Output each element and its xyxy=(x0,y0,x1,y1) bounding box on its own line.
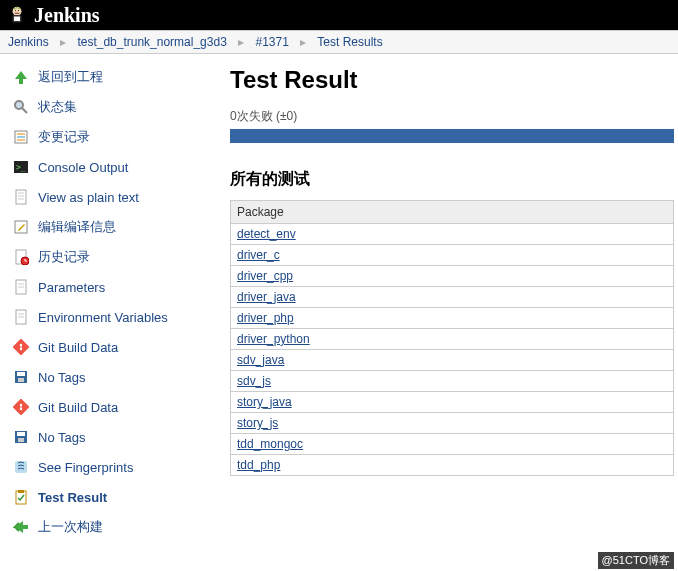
svg-rect-41 xyxy=(15,461,27,473)
git-icon xyxy=(12,338,30,356)
sidebar-item-label[interactable]: 状态集 xyxy=(38,98,77,116)
sidebar: 返回到工程 状态集 变更记录 >_ Console Output View as… xyxy=(0,54,230,550)
breadcrumb-testresults[interactable]: Test Results xyxy=(317,35,382,49)
sidebar-item-notags-1[interactable]: No Tags xyxy=(8,362,222,392)
clipboard-icon xyxy=(12,488,30,506)
package-link[interactable]: driver_cpp xyxy=(237,269,293,283)
sidebar-item-plaintext[interactable]: View as plain text xyxy=(8,182,222,212)
history-icon xyxy=(12,248,30,266)
sidebar-item-back[interactable]: 返回到工程 xyxy=(8,62,222,92)
fingerprint-icon xyxy=(12,458,30,476)
package-link[interactable]: sdv_java xyxy=(237,353,284,367)
sidebar-item-label[interactable]: Git Build Data xyxy=(38,340,118,355)
table-row: driver_c xyxy=(231,245,674,266)
document-icon xyxy=(12,188,30,206)
sidebar-item-label[interactable]: 上一次构建 xyxy=(38,518,103,536)
sidebar-item-label[interactable]: Test Result xyxy=(38,490,107,505)
svg-line-7 xyxy=(22,108,27,113)
table-row: driver_java xyxy=(231,287,674,308)
sidebar-item-label[interactable]: 返回到工程 xyxy=(38,68,103,86)
svg-rect-2 xyxy=(14,17,20,22)
git-icon xyxy=(12,398,30,416)
sidebar-item-git-1[interactable]: Git Build Data xyxy=(8,332,222,362)
page-title: Test Result xyxy=(230,66,674,94)
table-row: story_js xyxy=(231,413,674,434)
sidebar-item-git-2[interactable]: Git Build Data xyxy=(8,392,222,422)
save-icon xyxy=(12,428,30,446)
banner-title[interactable]: Jenkins xyxy=(34,4,100,27)
svg-rect-39 xyxy=(17,432,25,436)
sidebar-item-label[interactable]: Git Build Data xyxy=(38,400,118,415)
sidebar-item-env[interactable]: Environment Variables xyxy=(8,302,222,332)
sidebar-item-history[interactable]: 历史记录 xyxy=(8,242,222,272)
svg-text:>_: >_ xyxy=(16,163,26,172)
svg-rect-32 xyxy=(17,372,25,376)
package-table: Package detect_envdriver_cdriver_cppdriv… xyxy=(230,200,674,476)
table-row: sdv_js xyxy=(231,371,674,392)
left-arrow-icon xyxy=(12,518,30,536)
edit-icon xyxy=(12,218,30,236)
package-link[interactable]: sdv_js xyxy=(237,374,271,388)
terminal-icon: >_ xyxy=(12,158,30,176)
svg-rect-14 xyxy=(16,190,26,204)
table-row: driver_php xyxy=(231,308,674,329)
table-row: driver_python xyxy=(231,329,674,350)
sidebar-item-label[interactable]: Environment Variables xyxy=(38,310,168,325)
chevron-right-icon: ▸ xyxy=(238,35,244,49)
package-link[interactable]: detect_env xyxy=(237,227,296,241)
sidebar-item-changes[interactable]: 变更记录 xyxy=(8,122,222,152)
svg-point-4 xyxy=(18,10,19,11)
sidebar-item-prev[interactable]: 上一次构建 xyxy=(8,512,222,542)
svg-rect-40 xyxy=(18,438,24,442)
package-link[interactable]: driver_php xyxy=(237,311,294,325)
package-link[interactable]: story_java xyxy=(237,395,292,409)
top-banner: Jenkins xyxy=(0,0,678,30)
package-link[interactable]: driver_java xyxy=(237,290,296,304)
sidebar-item-label[interactable]: View as plain text xyxy=(38,190,139,205)
up-arrow-icon xyxy=(12,68,30,86)
svg-point-0 xyxy=(13,7,22,16)
progress-bar xyxy=(230,129,674,143)
package-link[interactable]: driver_python xyxy=(237,332,310,346)
changes-icon xyxy=(12,128,30,146)
sidebar-item-label[interactable]: Console Output xyxy=(38,160,128,175)
table-header-package[interactable]: Package xyxy=(231,201,674,224)
package-link[interactable]: tdd_mongoc xyxy=(237,437,303,451)
table-row: sdv_java xyxy=(231,350,674,371)
table-row: story_java xyxy=(231,392,674,413)
table-row: tdd_mongoc xyxy=(231,434,674,455)
sidebar-item-testresult[interactable]: Test Result xyxy=(8,482,222,512)
sidebar-item-fingerprints[interactable]: See Fingerprints xyxy=(8,452,222,482)
svg-point-3 xyxy=(15,10,16,11)
sidebar-item-parameters[interactable]: Parameters xyxy=(8,272,222,302)
summary-line: 0次失败 (±0) xyxy=(230,108,674,125)
sidebar-item-notags-2[interactable]: No Tags xyxy=(8,422,222,452)
sidebar-item-edit[interactable]: 编辑编译信息 xyxy=(8,212,222,242)
svg-point-6 xyxy=(15,101,23,109)
breadcrumb-jenkins[interactable]: Jenkins xyxy=(8,35,49,49)
sidebar-item-label[interactable]: 编辑编译信息 xyxy=(38,218,116,236)
svg-rect-33 xyxy=(18,378,24,382)
chevron-right-icon: ▸ xyxy=(300,35,306,49)
package-link[interactable]: story_js xyxy=(237,416,278,430)
main-panel: Test Result 0次失败 (±0) 所有的测试 Package dete… xyxy=(230,54,678,550)
table-row: detect_env xyxy=(231,224,674,245)
package-link[interactable]: tdd_php xyxy=(237,458,280,472)
sidebar-item-label[interactable]: 变更记录 xyxy=(38,128,90,146)
sidebar-item-label[interactable]: Parameters xyxy=(38,280,105,295)
sidebar-item-console[interactable]: >_ Console Output xyxy=(8,152,222,182)
sidebar-item-label[interactable]: No Tags xyxy=(38,430,85,445)
sidebar-item-label[interactable]: 历史记录 xyxy=(38,248,90,266)
section-all-tests: 所有的测试 xyxy=(230,169,674,190)
sidebar-item-label[interactable]: No Tags xyxy=(38,370,85,385)
sidebar-item-label[interactable]: See Fingerprints xyxy=(38,460,133,475)
document-icon xyxy=(12,308,30,326)
breadcrumb-job[interactable]: test_db_trunk_normal_g3d3 xyxy=(77,35,226,49)
sidebar-item-status[interactable]: 状态集 xyxy=(8,92,222,122)
breadcrumb-build[interactable]: #1371 xyxy=(256,35,289,49)
chevron-right-icon: ▸ xyxy=(60,35,66,49)
watermark: @51CTO博客 xyxy=(598,552,674,569)
save-icon xyxy=(12,368,30,386)
package-link[interactable]: driver_c xyxy=(237,248,280,262)
breadcrumbs: Jenkins ▸ test_db_trunk_normal_g3d3 ▸ #1… xyxy=(0,30,678,54)
